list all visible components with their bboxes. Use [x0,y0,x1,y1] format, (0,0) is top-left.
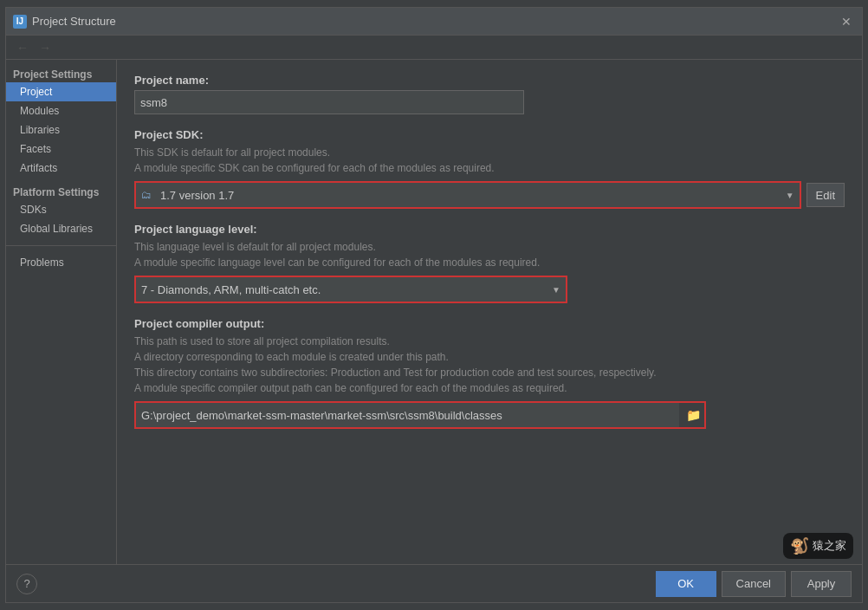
apply-button[interactable]: Apply [791,571,852,597]
watermark-icon: 🐒 [790,536,809,555]
sdk-select-wrapper: 🗂 1.7 version 1.7 ▼ [134,181,801,209]
sidebar-item-global-libraries[interactable]: Global Libraries [6,219,116,238]
compiler-output-wrapper: 📁 [134,401,706,429]
footer: ? OK Cancel Apply [6,564,862,602]
compiler-output-label: Project compiler output: [134,317,845,330]
close-button[interactable]: ✕ [838,13,855,30]
sdk-label: Project SDK: [134,128,845,141]
project-settings-label: Project Settings [6,63,116,82]
platform-settings-label: Platform Settings [6,178,116,200]
compiler-output-folder-button[interactable]: 📁 [683,406,704,424]
cancel-button[interactable]: Cancel [722,571,786,597]
project-name-label: Project name: [134,74,845,87]
dialog-title: Project Structure [32,15,838,28]
lang-select-wrapper: 7 - Diamonds, ARM, multi-catch etc. ▼ [134,276,567,303]
ok-button[interactable]: OK [656,571,716,597]
sidebar-item-facets[interactable]: Facets [6,140,116,159]
title-bar: IJ Project Structure ✕ [6,8,862,36]
language-level-description: This language level is default for all p… [134,239,845,270]
project-name-input[interactable] [134,90,524,114]
app-icon: IJ [13,15,27,29]
sdk-folder-icon: 🗂 [141,189,152,201]
forward-button[interactable]: → [36,38,55,57]
sidebar-divider [6,245,116,246]
back-button[interactable]: ← [13,38,32,57]
sidebar-item-artifacts[interactable]: Artifacts [6,159,116,178]
sdk-row: 🗂 1.7 version 1.7 ▼ Edit [134,181,845,209]
sdk-description-1: This SDK is default for all project modu… [134,145,845,176]
sidebar-item-problems[interactable]: Problems [6,253,116,272]
sdk-edit-button[interactable]: Edit [806,183,845,207]
toolbar: ← → [6,36,862,60]
sdk-select[interactable]: 1.7 version 1.7 [136,183,800,207]
watermark: 🐒 猿之家 [783,533,853,559]
sidebar-item-project[interactable]: Project [6,82,116,101]
help-button[interactable]: ? [16,574,37,594]
sidebar-item-libraries[interactable]: Libraries [6,120,116,140]
sidebar-item-sdks[interactable]: SDKs [6,200,116,219]
project-structure-dialog: IJ Project Structure ✕ ← → Project Setti… [5,7,863,603]
main-content: Project name: Project SDK: This SDK is d… [117,60,862,564]
sidebar: Project Settings Project Modules Librari… [6,60,117,564]
language-level-label: Project language level: [134,223,845,236]
watermark-text: 猿之家 [813,538,846,554]
sidebar-item-modules[interactable]: Modules [6,101,116,120]
compiler-output-description: This path is used to store all project c… [134,334,845,396]
content-area: Project Settings Project Modules Librari… [6,60,862,564]
compiler-output-input[interactable] [136,403,679,427]
language-level-select[interactable]: 7 - Diamonds, ARM, multi-catch etc. [136,277,566,302]
